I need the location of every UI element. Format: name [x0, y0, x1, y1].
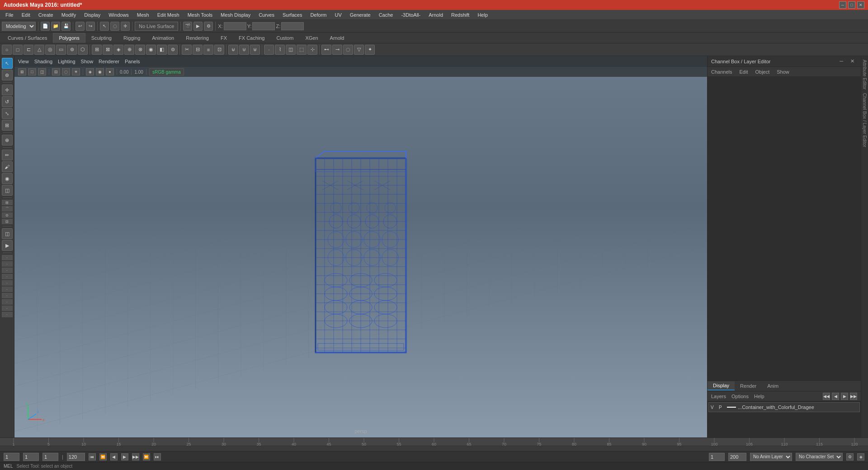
close-panel-btn[interactable]: ✕: [848, 58, 857, 65]
lt-extra-8[interactable]: ·: [2, 299, 13, 305]
lt-extra-10[interactable]: ·: [2, 312, 13, 317]
options-tab[interactable]: Options: [731, 394, 749, 399]
vp-layout-btn[interactable]: ⊞: [18, 68, 26, 75]
anim-key-btn[interactable]: ◈: [857, 453, 864, 461]
character-set-selector[interactable]: No Character Set: [796, 453, 843, 461]
select-tool-button[interactable]: ↖: [100, 22, 109, 31]
redo-button[interactable]: ↪: [86, 22, 95, 31]
minimize-button[interactable]: ─: [839, 1, 846, 9]
show-tab[interactable]: Show: [777, 69, 789, 75]
snap-to-grid-lt[interactable]: ⊟: [2, 200, 13, 205]
bridge-tool[interactable]: ⊠: [103, 45, 113, 55]
menu-curves[interactable]: Curves: [255, 11, 278, 19]
channel-box-side-tab[interactable]: Channel Box / Layer Editor: [862, 91, 867, 149]
poke-tool[interactable]: ◉: [146, 45, 156, 55]
object-tab[interactable]: Object: [755, 69, 769, 75]
tab-xgen[interactable]: XGen: [299, 33, 324, 43]
move-tool-lt[interactable]: ✛: [2, 85, 13, 95]
torus-tool[interactable]: ◎: [45, 45, 55, 55]
tab-rigging[interactable]: Rigging: [118, 33, 146, 43]
tab-fx[interactable]: FX: [215, 33, 233, 43]
vp-mode-btn[interactable]: ◫: [38, 68, 46, 75]
workspace-selector[interactable]: Modeling: [2, 22, 36, 31]
render-button[interactable]: 🎬: [183, 22, 192, 31]
vp-shading-2[interactable]: ◉: [96, 68, 104, 75]
duplicate-face-tool[interactable]: ⊜: [168, 45, 178, 55]
bevel-tool[interactable]: ◈: [113, 45, 123, 55]
ipr-button[interactable]: ▶: [193, 22, 203, 31]
playback-play-fwd-btn[interactable]: ▶▶: [132, 453, 139, 461]
menu-generate[interactable]: Generate: [346, 11, 374, 19]
boolean-tool[interactable]: ⊎: [250, 45, 260, 55]
paint-select-tool[interactable]: ⊛: [2, 70, 13, 80]
sphere-tool[interactable]: ○: [2, 45, 12, 55]
tab-arnold[interactable]: Arnold: [324, 33, 350, 43]
close-button[interactable]: ✕: [857, 1, 864, 9]
save-file-button[interactable]: 💾: [61, 22, 71, 31]
layer-prev-btn[interactable]: ◀: [832, 393, 839, 400]
lt-extra-3[interactable]: ·: [2, 268, 13, 273]
offset-loop-tool[interactable]: ≡: [203, 45, 213, 55]
uv-select-tool[interactable]: ⬚: [297, 45, 307, 55]
frame-tick-input[interactable]: [42, 453, 58, 461]
show-manipulator-lt[interactable]: ⊕: [2, 135, 13, 146]
tab-fx-caching[interactable]: FX Caching: [233, 33, 270, 43]
vp-shading-3[interactable]: ●: [106, 68, 114, 75]
anim-tab[interactable]: Anim: [762, 382, 784, 390]
mirror-tool[interactable]: ⊷: [321, 45, 331, 55]
extrude-tool[interactable]: ⊞: [92, 45, 102, 55]
insert-loop-tool[interactable]: ⊟: [193, 45, 203, 55]
channels-tab[interactable]: Channels: [711, 69, 732, 75]
disc-tool[interactable]: ⊚: [67, 45, 77, 55]
playback-step-back-btn[interactable]: ⏪: [99, 453, 107, 461]
lt-extra-4[interactable]: ·: [2, 274, 13, 279]
lt-extra-2[interactable]: ·: [2, 261, 13, 267]
playback-prev-btn[interactable]: ◀: [110, 453, 118, 461]
tab-custom[interactable]: Custom: [271, 33, 300, 43]
menu-arnold[interactable]: Arnold: [425, 11, 447, 19]
cleanup-tool[interactable]: ✦: [365, 45, 375, 55]
x-input[interactable]: [224, 22, 246, 30]
snap-to-curve-lt[interactable]: ⌒: [2, 206, 13, 212]
vertex-select-tool[interactable]: ·: [264, 45, 274, 55]
layer-back-btn[interactable]: ◀◀: [823, 393, 830, 400]
vp-grid-btn[interactable]: ⊟: [52, 68, 60, 75]
menu-edit-mesh[interactable]: Edit Mesh: [154, 11, 183, 19]
tab-animation[interactable]: Animation: [146, 33, 180, 43]
texture-tool-lt[interactable]: ◫: [2, 185, 13, 196]
last-tool-lt[interactable]: ⊞: [2, 120, 13, 131]
edge-select-tool[interactable]: ⌇: [275, 45, 285, 55]
layer-playback[interactable]: P: [719, 405, 725, 410]
platonic-tool[interactable]: ⬡: [78, 45, 88, 55]
new-file-button[interactable]: 📄: [41, 22, 50, 31]
viewport[interactable]: View Shading Lighting Show Renderer Pane…: [14, 56, 707, 437]
smooth-tool[interactable]: ◌: [343, 45, 353, 55]
playback-play-btn[interactable]: ▶: [121, 453, 128, 461]
layers-tab[interactable]: Layers: [711, 394, 726, 399]
rotate-tool-lt[interactable]: ↺: [2, 96, 13, 107]
display-tab[interactable]: Display: [708, 381, 735, 390]
layer-row[interactable]: V P ...Container_with_Colorful_Dragee: [708, 402, 860, 412]
paint-tool-lt[interactable]: 🖌: [2, 161, 13, 172]
lt-extra-7[interactable]: ·: [2, 293, 13, 298]
renderer-menu[interactable]: Renderer: [99, 59, 119, 64]
attribute-editor-tab[interactable]: Attribute Editor: [862, 58, 867, 91]
open-file-button[interactable]: 📁: [51, 22, 60, 31]
anim-start-input[interactable]: [709, 453, 725, 461]
multi-select-tool[interactable]: ⊹: [307, 45, 317, 55]
view-menu[interactable]: View: [18, 59, 29, 64]
face-select-tool[interactable]: ◫: [286, 45, 296, 55]
fill-hole-tool[interactable]: ⊗: [135, 45, 145, 55]
cylinder-tool[interactable]: ⊏: [24, 45, 33, 55]
layer-fwd-btn[interactable]: ▶▶: [850, 393, 857, 400]
color-tool-lt[interactable]: ◉: [2, 173, 13, 184]
shading-menu[interactable]: Shading: [34, 59, 52, 64]
menu-edit[interactable]: Edit: [18, 11, 34, 19]
symmetry-tool[interactable]: ⊸: [332, 45, 342, 55]
anim-end-input[interactable]: [728, 453, 746, 461]
separate-tool[interactable]: ⊍: [239, 45, 249, 55]
menu--3dtoall-[interactable]: -3DtoAll-: [397, 11, 424, 19]
tab-sculpting[interactable]: Sculpting: [85, 33, 118, 43]
cube-tool[interactable]: □: [13, 45, 23, 55]
tab-rendering[interactable]: Rendering: [180, 33, 215, 43]
